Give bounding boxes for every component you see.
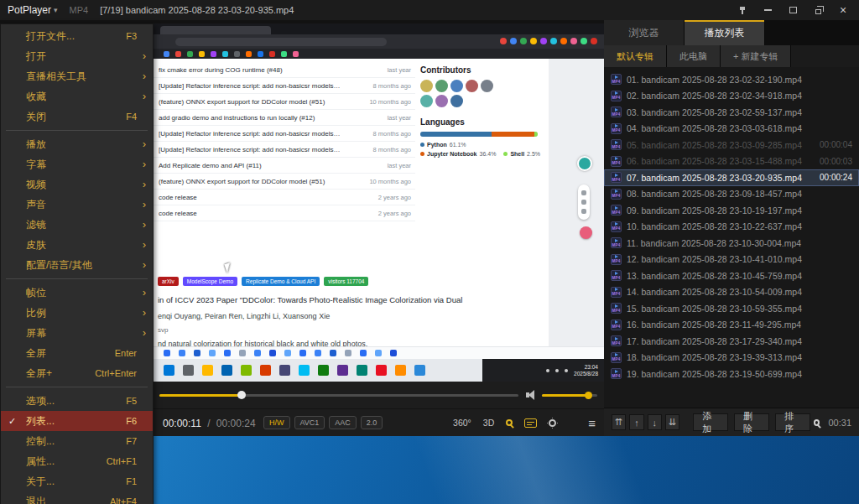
playlist-item[interactable]: MP4 07. bandicam 2025-08-28 23-03-20-935… — [604, 169, 859, 186]
subtitle-icon[interactable] — [524, 418, 537, 428]
hamburger-menu-icon[interactable]: ≡ — [588, 416, 596, 430]
speaker-icon[interactable] — [526, 390, 536, 400]
playlist-item[interactable]: MP4 16. bandicam 2025-08-28 23-11-49-295… — [604, 317, 859, 334]
playlist-item[interactable]: MP4 08. bandicam 2025-08-28 23-09-18-457… — [604, 186, 859, 203]
album-tab[interactable]: 默认专辑 — [604, 45, 667, 67]
menu-item[interactable]: 全屏+ Ctrl+Enter — [1, 363, 153, 383]
3d-button[interactable]: 3D — [483, 418, 494, 428]
bookmark-icon — [246, 51, 252, 57]
move-item-button[interactable]: ⇊ — [665, 414, 679, 430]
close-button[interactable]: × — [837, 4, 849, 16]
menu-item[interactable] — [1, 383, 153, 391]
menu-item[interactable]: 滤镜 › — [1, 215, 153, 235]
playlist-item[interactable]: MP4 13. bandicam 2025-08-28 23-10-45-759… — [604, 268, 859, 284]
playlist-item-name: 13. bandicam 2025-08-28 23-10-45-759.mp4 — [627, 271, 847, 281]
playlist-item[interactable]: MP4 19. bandicam 2025-08-28 23-19-50-699… — [604, 366, 859, 382]
panel-tab[interactable]: 播放列表 — [685, 20, 765, 45]
menu-item[interactable]: ✓ 列表... F6 — [1, 411, 153, 431]
move-item-button[interactable]: ⇈ — [612, 414, 626, 430]
menu-item[interactable]: 关闭 F4 — [1, 107, 153, 127]
volume-slider[interactable] — [542, 394, 597, 397]
languages-heading: Languages — [420, 117, 546, 127]
search-subtitle-icon[interactable] — [506, 419, 513, 426]
menu-item[interactable] — [1, 275, 153, 283]
menu-item[interactable]: 退出 Alt+F4 — [1, 491, 153, 504]
playlist-item[interactable]: MP4 05. bandicam 2025-08-28 23-03-09-285… — [604, 137, 859, 153]
minimize-button[interactable] — [762, 4, 773, 16]
playlist-item[interactable]: MP4 15. bandicam 2025-08-28 23-10-59-355… — [604, 300, 859, 317]
album-tab[interactable]: 此电脑 — [667, 45, 721, 67]
playlist-item[interactable]: MP4 06. bandicam 2025-08-28 23-03-15-488… — [604, 153, 859, 170]
menu-item[interactable]: 关于... F1 — [1, 471, 153, 491]
menu-item[interactable]: 打开 › — [1, 46, 153, 66]
playlist-item[interactable]: MP4 10. bandicam 2025-08-28 23-10-22-637… — [604, 219, 859, 236]
menu-item[interactable]: 控制... F7 — [1, 431, 153, 451]
move-item-button[interactable]: ↓ — [648, 414, 662, 430]
always-on-top-button[interactable] — [737, 4, 748, 16]
seek-thumb[interactable] — [237, 391, 246, 399]
move-item-button[interactable]: ↑ — [629, 414, 643, 430]
menu-item[interactable]: 皮肤 › — [1, 235, 153, 255]
menu-item[interactable]: 声音 › — [1, 195, 153, 215]
menu-item[interactable]: 屏幕 › — [1, 323, 153, 343]
mouse-cursor — [224, 262, 232, 273]
menu-item[interactable]: 播放 › — [1, 134, 153, 154]
volume-thumb[interactable] — [585, 392, 592, 399]
playlist-item[interactable]: MP4 09. bandicam 2025-08-28 23-10-19-197… — [604, 202, 859, 219]
menu-item[interactable]: 收藏 › — [1, 86, 153, 107]
bookmark-icon — [281, 51, 287, 57]
menu-item[interactable]: 配置/语言/其他 › — [1, 255, 153, 275]
menu-item[interactable]: 字幕 › — [1, 154, 153, 174]
favicon — [269, 350, 276, 356]
menu-item[interactable]: 直播相关工具 › — [1, 66, 153, 86]
playlist-item[interactable]: MP4 03. bandicam 2025-08-28 23-02-59-137… — [604, 104, 859, 121]
panel-tab[interactable]: 浏览器 — [604, 20, 685, 45]
menu-item[interactable]: 帧位 › — [1, 283, 153, 303]
delete-button[interactable]: 删除 — [734, 413, 769, 431]
language-percent: 36.4% — [480, 151, 497, 157]
menu-item[interactable] — [1, 127, 153, 134]
app-menu-button[interactable]: PotPlayer ▾ — [8, 4, 58, 16]
add-button[interactable]: 添加 — [693, 413, 728, 431]
menu-item[interactable]: 全屏 Enter — [1, 343, 153, 363]
taskbar-app-icons — [154, 359, 482, 382]
menu-item[interactable]: 选项... F5 — [1, 391, 153, 411]
album-tab[interactable]: + 新建专辑 — [721, 45, 791, 67]
contributors-heading: Contributors — [420, 65, 546, 75]
submenu-arrow-icon: › — [138, 66, 146, 86]
maximize-button[interactable] — [787, 4, 799, 16]
playlist-item[interactable]: MP4 14. bandicam 2025-08-28 23-10-54-009… — [604, 284, 859, 301]
menu-item[interactable]: 视频 › — [1, 174, 153, 195]
mp4-label: MP4 — [612, 112, 621, 117]
favicon — [299, 350, 306, 356]
menu-item[interactable]: 属性... Ctrl+F1 — [1, 451, 153, 471]
settings-gear-icon[interactable] — [549, 419, 556, 427]
playlist-item[interactable]: MP4 18. bandicam 2025-08-28 23-19-39-313… — [604, 350, 859, 366]
playlist-panel: 浏览器播放列表 默认专辑此电脑+ 新建专辑 MP4 01. bandicam 2… — [604, 20, 859, 436]
playlist-item[interactable]: MP4 02. bandicam 2025-08-28 23-02-34-918… — [604, 88, 859, 105]
restore-button[interactable] — [812, 4, 824, 16]
playlist-item[interactable]: MP4 11. bandicam 2025-08-28 23-10-30-004… — [604, 235, 859, 252]
playlist-search-icon[interactable] — [814, 419, 820, 426]
video-area[interactable]: fix cmake error during COG runtime (#48)… — [154, 23, 604, 382]
vr-360-button[interactable]: 360° — [453, 418, 471, 428]
playlist-item[interactable]: MP4 04. bandicam 2025-08-28 23-03-03-618… — [604, 121, 859, 138]
playlist-item[interactable]: MP4 12. bandicam 2025-08-28 23-10-41-010… — [604, 252, 859, 268]
bookmark-icon — [199, 51, 205, 57]
commit-date: 10 months ago — [369, 178, 411, 185]
playlist-item-name: 10. bandicam 2025-08-28 23-10-22-637.mp4 — [627, 221, 847, 231]
playlist-item[interactable]: MP4 17. bandicam 2025-08-28 23-17-29-340… — [604, 333, 859, 350]
seek-bar[interactable] — [159, 394, 518, 397]
commit-row: (feature) ONNX export support for DDColo… — [154, 94, 415, 110]
mp4-file-icon: MP4 — [611, 352, 622, 363]
titlebar[interactable]: PotPlayer ▾ MP4 [7/19] bandicam 2025-08-… — [0, 0, 859, 20]
album-tabs-filler — [791, 45, 859, 67]
menu-item[interactable]: 比例 › — [1, 303, 153, 323]
menu-item[interactable]: 打开文件... F3 — [1, 26, 153, 46]
mp4-label: MP4 — [612, 145, 621, 149]
menu-item-label: 播放 — [26, 134, 137, 154]
playlist-item[interactable]: MP4 01. bandicam 2025-08-28 23-02-32-190… — [604, 71, 859, 88]
sort-button[interactable]: 排序 — [775, 413, 810, 431]
video-taskbar: 23:04 2025/8/28 — [154, 359, 604, 382]
bookmark-icon — [164, 51, 169, 57]
